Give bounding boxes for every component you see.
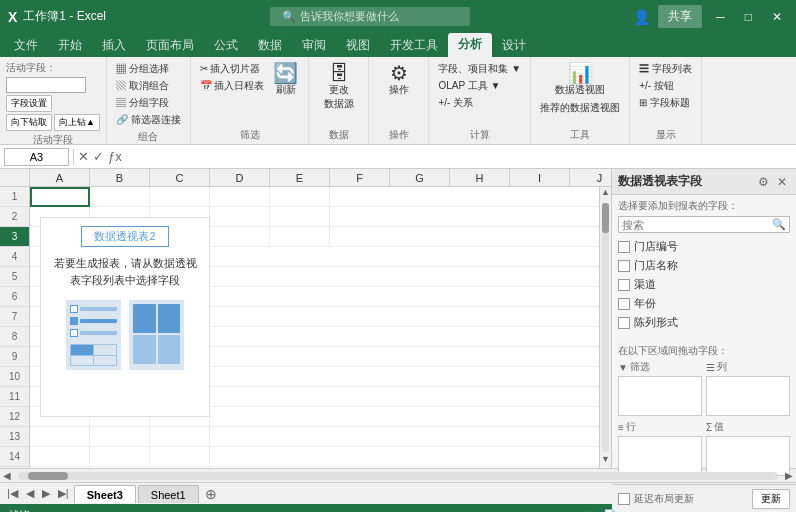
cell-a1[interactable] xyxy=(30,187,90,207)
panel-gear-icon[interactable]: ⚙ xyxy=(755,174,772,190)
tab-formula[interactable]: 公式 xyxy=(204,34,248,57)
row-6[interactable]: 6 xyxy=(0,287,29,307)
plus-minus-button[interactable]: +/- 关系 xyxy=(435,95,524,111)
page-break-btn[interactable]: ▤ xyxy=(625,509,635,513)
field-checkbox-display-type[interactable] xyxy=(618,317,630,329)
cell-reference[interactable]: A3 xyxy=(4,148,69,166)
field-headers-button[interactable]: ⊞ 字段标题 xyxy=(636,95,695,111)
field-search-box[interactable]: 🔍 xyxy=(618,216,790,233)
field-checkbox-channel[interactable] xyxy=(618,279,630,291)
maximize-button[interactable]: □ xyxy=(739,8,758,26)
insert-slicer-button[interactable]: ✂ 插入切片器 xyxy=(197,61,268,77)
row-area[interactable]: ≡ 行 xyxy=(618,420,702,476)
row-8[interactable]: 8 xyxy=(0,327,29,347)
cancel-formula-icon[interactable]: ✕ xyxy=(78,149,89,164)
pivot-chart-button[interactable]: 📊 数据透视图 xyxy=(537,61,623,99)
panel-close-icon[interactable]: ✕ xyxy=(774,174,790,190)
sheet-tab-sheet1[interactable]: Sheet1 xyxy=(138,485,199,503)
formula-input[interactable] xyxy=(126,149,792,165)
field-search-input[interactable] xyxy=(622,219,772,231)
row-13[interactable]: 13 xyxy=(0,427,29,447)
col-header-e[interactable]: E xyxy=(270,169,330,186)
field-item-channel[interactable]: 渠道 xyxy=(618,275,790,294)
row-12[interactable]: 12 xyxy=(0,407,29,427)
scroll-right-btn[interactable]: ▶ xyxy=(782,470,796,481)
cell-e1[interactable] xyxy=(270,187,330,207)
drill-up-button[interactable]: 向上钻▲ xyxy=(54,114,100,131)
cell-c1[interactable] xyxy=(150,187,210,207)
cell-e2[interactable] xyxy=(270,207,330,227)
tab-view[interactable]: 视图 xyxy=(336,34,380,57)
defer-checkbox[interactable] xyxy=(618,493,630,505)
scroll-down-button[interactable]: ▼ xyxy=(600,454,611,468)
field-items-button[interactable]: 字段、项目和集 ▼ xyxy=(435,61,524,77)
grid-cells[interactable]: 数据透视表2 若要生成报表，请从数据透视表字段列表中选择字段 xyxy=(30,187,599,468)
row-10[interactable]: 10 xyxy=(0,367,29,387)
sheet-nav-first[interactable]: |◀ xyxy=(4,487,21,500)
scroll-thumb[interactable] xyxy=(602,203,609,233)
col-header-i[interactable]: I xyxy=(510,169,570,186)
col-header-g[interactable]: G xyxy=(390,169,450,186)
sheet-nav-last[interactable]: ▶| xyxy=(55,487,72,500)
cell-e3[interactable] xyxy=(270,227,330,247)
filter-drop-zone[interactable] xyxy=(618,376,702,416)
tab-start[interactable]: 开始 xyxy=(48,34,92,57)
field-item-store-id[interactable]: 门店编号 xyxy=(618,237,790,256)
normal-view-btn[interactable]: ▦ xyxy=(585,509,595,513)
vertical-scrollbar[interactable]: ▲ ▼ xyxy=(599,187,611,468)
row-2[interactable]: 2 xyxy=(0,207,29,227)
actions-button[interactable]: ⚙ 操作 xyxy=(385,61,413,99)
filter-connect-button[interactable]: 🔗 筛选器连接 xyxy=(113,112,184,128)
page-layout-btn[interactable]: 📄 xyxy=(603,509,617,513)
field-settings-button[interactable]: 字段设置 xyxy=(6,95,52,112)
col-header-c[interactable]: C xyxy=(150,169,210,186)
row-14[interactable]: 14 xyxy=(0,447,29,467)
scroll-left-btn[interactable]: ◀ xyxy=(0,470,14,481)
tab-insert[interactable]: 插入 xyxy=(92,34,136,57)
confirm-formula-icon[interactable]: ✓ xyxy=(93,149,104,164)
share-button[interactable]: 共享 xyxy=(658,5,702,28)
row-3[interactable]: 3 xyxy=(0,227,29,247)
column-area[interactable]: ☰ 列 xyxy=(706,360,790,416)
row-4[interactable]: 4 xyxy=(0,247,29,267)
ungroup-button[interactable]: ▧ 取消组合 xyxy=(113,78,184,94)
tab-design[interactable]: 设计 xyxy=(492,34,536,57)
field-item-display-type[interactable]: 陈列形式 xyxy=(618,313,790,332)
row-15[interactable]: 15 xyxy=(0,467,29,468)
col-header-b[interactable]: B xyxy=(90,169,150,186)
field-item-store-name[interactable]: 门店名称 xyxy=(618,256,790,275)
insert-function-icon[interactable]: ƒx xyxy=(108,149,122,164)
horizontal-scrollbar[interactable] xyxy=(18,472,778,480)
scrollbar-thumb[interactable] xyxy=(28,472,68,480)
row-9[interactable]: 9 xyxy=(0,347,29,367)
values-area[interactable]: Σ 值 xyxy=(706,420,790,476)
minimize-button[interactable]: ─ xyxy=(710,8,731,26)
cell-d3[interactable] xyxy=(210,227,270,247)
insert-timeline-button[interactable]: 📅 插入日程表 xyxy=(197,78,268,94)
field-item-year[interactable]: 年份 xyxy=(618,294,790,313)
tab-developer[interactable]: 开发工具 xyxy=(380,34,448,57)
tab-analyze[interactable]: 分析 xyxy=(448,33,492,57)
change-datasource-button[interactable]: 🗄 更改 数据源 xyxy=(320,61,358,113)
olap-tools-button[interactable]: OLAP 工具 ▼ xyxy=(435,78,524,94)
cell-b1[interactable] xyxy=(90,187,150,207)
values-drop-zone[interactable] xyxy=(706,436,790,476)
cell-d2[interactable] xyxy=(210,207,270,227)
row-drop-zone[interactable] xyxy=(618,436,702,476)
tab-review[interactable]: 审阅 xyxy=(292,34,336,57)
group-field-button[interactable]: ▤ 分组字段 xyxy=(113,95,184,111)
row-7[interactable]: 7 xyxy=(0,307,29,327)
col-header-j[interactable]: J xyxy=(570,169,611,186)
tab-data[interactable]: 数据 xyxy=(248,34,292,57)
row-11[interactable]: 11 xyxy=(0,387,29,407)
cell-d1[interactable] xyxy=(210,187,270,207)
field-checkbox-store-name[interactable] xyxy=(618,260,630,272)
refresh-button[interactable]: 🔄 刷新 xyxy=(269,61,302,99)
field-list-button[interactable]: ☰ 字段列表 xyxy=(636,61,695,77)
row-5[interactable]: 5 xyxy=(0,267,29,287)
field-checkbox-store-id[interactable] xyxy=(618,241,630,253)
update-button[interactable]: 更新 xyxy=(752,489,790,509)
scroll-up-button[interactable]: ▲ xyxy=(600,187,611,201)
col-header-h[interactable]: H xyxy=(450,169,510,186)
field-checkbox-year[interactable] xyxy=(618,298,630,310)
